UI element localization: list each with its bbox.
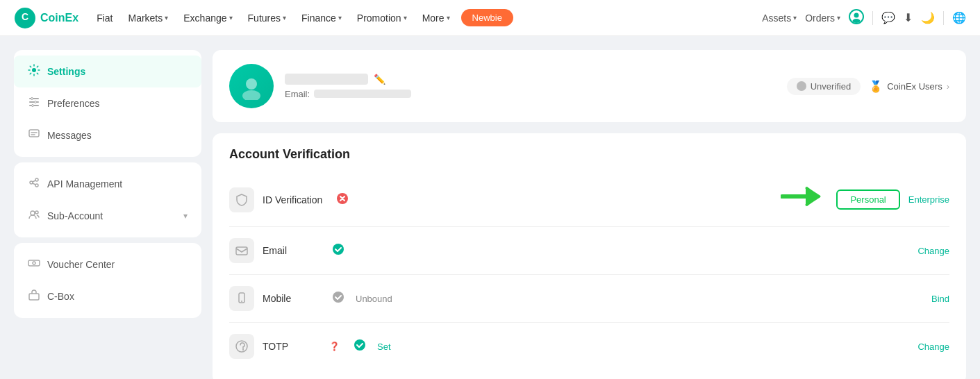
orders-label: Orders [805,12,835,24]
medal-icon: 🏅 [869,80,883,93]
profile-icon[interactable] [849,9,864,27]
change-totp-button[interactable]: Change [917,342,949,352]
change-email-button[interactable]: Change [917,246,949,256]
id-verification-actions: Personal Enterprise [836,190,949,210]
edit-icon[interactable]: ✏️ [374,74,385,85]
table-row: Email Change [229,227,949,275]
bind-mobile-button[interactable]: Bind [931,294,949,304]
nav-futures[interactable]: Futures ▾ [241,8,293,28]
totp-label: TOTP [263,341,318,352]
shield-check-icon [235,193,249,207]
status-unbound-icon [332,291,344,306]
svg-rect-20 [29,294,39,300]
nav-separator2 [943,11,944,25]
totp-help-icon[interactable]: ❓ [329,342,340,351]
svg-point-22 [242,90,260,100]
email-row: Email: [285,89,776,99]
settings-icon [28,64,40,79]
personal-button[interactable]: Personal [836,190,899,210]
svg-point-4 [853,19,861,23]
sidebar-item-c-box[interactable]: C-Box [14,280,201,312]
shield-icon [798,83,805,90]
c-box-label: C-Box [47,291,74,302]
dark-mode-icon[interactable]: 🌙 [921,11,935,24]
unverified-badge[interactable]: Unverified [787,78,861,95]
svg-point-10 [35,101,37,103]
svg-point-19 [33,262,35,264]
svg-point-30 [242,349,244,351]
chat-icon[interactable]: 💬 [881,11,895,24]
svg-point-3 [854,12,859,17]
table-row: TOTP ❓ Set Change [229,323,949,370]
coinex-logo-icon: C [14,7,36,29]
svg-text:C: C [22,11,28,22]
nav-fiat[interactable]: Fiat [90,8,119,28]
arrow-right-icon [781,184,822,215]
nav-right: Assets ▾ Orders ▾ 💬 ⬇ 🌙 🌐 [762,9,966,27]
enterprise-button[interactable]: Enterprise [908,194,949,205]
sidebar-item-sub-account[interactable]: Sub-Account ▾ [14,200,201,232]
coinex-users-badge[interactable]: 🏅 CoinEx Users › [869,80,949,93]
nav-assets[interactable]: Assets ▾ [762,12,797,24]
preferences-label: Preferences [47,98,99,109]
verification-card: Account Verification ID Verification [213,133,966,379]
svg-point-21 [246,78,257,90]
svg-rect-12 [29,130,39,137]
sidebar-item-messages[interactable]: Messages [14,119,201,151]
preferences-icon [28,96,40,111]
sidebar-item-settings[interactable]: Settings [14,56,201,87]
logo-text: CoinEx [40,12,78,24]
navbar: C CoinEx Fiat Markets ▾ Exchange ▾ Futur… [0,0,980,36]
mobile-actions: Bind [931,294,949,304]
sidebar-item-voucher-center[interactable]: Voucher Center [14,249,201,280]
nav-exchange[interactable]: Exchange ▾ [176,8,239,28]
chevron-down-icon: ▾ [165,14,168,22]
nav-more[interactable]: More ▾ [415,8,457,28]
svg-rect-18 [28,260,40,266]
table-row: ID Verification Personal Enterprise [229,173,949,227]
svg-point-9 [31,98,33,100]
nav-promotion[interactable]: Promotion ▾ [350,8,414,28]
chevron-down-icon: ▾ [283,14,286,22]
email-label: Email [263,245,318,256]
nav-links: Fiat Markets ▾ Exchange ▾ Futures ▾ Fina… [90,8,758,28]
coinex-users-label: CoinEx Users [887,81,942,92]
messages-label: Messages [47,130,92,141]
chevron-down-icon: ▾ [837,14,840,22]
totp-actions: Change [917,342,949,352]
profile-card: ✏️ Email: Unverified 🏅 [213,50,966,122]
unverified-dot-icon [797,81,806,91]
main-container: Settings Preferences Messages A [0,36,980,379]
newbie-button[interactable]: Newbie [461,9,513,26]
nav-separator [872,11,873,25]
nav-finance[interactable]: Finance ▾ [294,8,349,28]
assets-label: Assets [762,12,791,24]
download-icon[interactable]: ⬇ [904,11,913,24]
svg-rect-24 [236,247,247,255]
totp-status-text: Set [377,342,391,352]
svg-point-11 [32,105,34,107]
status-set-icon [354,339,366,354]
nav-markets[interactable]: Markets ▾ [121,8,175,28]
sidebar-item-api-management[interactable]: API Management [14,168,201,200]
avatar-image [229,64,274,108]
language-icon[interactable]: 🌐 [952,11,966,24]
chevron-down-icon: ▾ [447,14,450,22]
api-management-label: API Management [47,178,122,190]
mobile-label: Mobile [263,293,318,304]
sidebar-item-preferences[interactable]: Preferences [14,87,201,119]
email-icon [229,238,254,263]
status-error-icon [336,192,349,208]
sub-account-icon [28,208,40,224]
svg-point-16 [31,211,35,215]
content-area: ✏️ Email: Unverified 🏅 [213,50,966,379]
email-placeholder [314,90,411,98]
nav-orders[interactable]: Orders ▾ [805,12,840,24]
svg-point-15 [35,184,38,187]
user-icon [849,9,864,24]
logo[interactable]: C CoinEx [14,7,78,29]
mobile-icon [229,286,254,311]
svg-point-13 [30,181,33,184]
chevron-down-icon: ▾ [338,14,342,22]
cbox-icon [28,289,40,304]
